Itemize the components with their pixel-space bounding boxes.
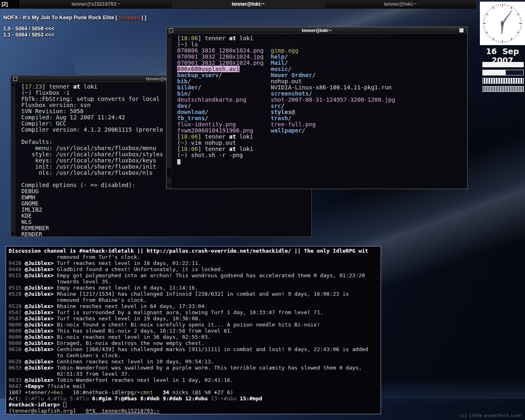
terminal-line: 1807 +tenner/+6ei 10:#nethack-idlerpg/+c…	[9, 389, 380, 395]
terminal-line: 0515 @Juiblex> Empy reaches next level i…	[9, 285, 380, 291]
terminal-line: 0547 @Juiblex> Turf reaches next level i…	[9, 315, 380, 322]
terminal-line: 0528 @Juiblex> Rhaine reaches next level…	[9, 303, 380, 309]
terminal-line: (~) ls	[177, 41, 466, 48]
scrollbar[interactable]	[11, 82, 16, 237]
terminal-output: [18:06] tenner at loki(~) ls070806_3816_…	[177, 35, 466, 164]
terminal-line: bilder/NVIDIA-Linux-x86-100.14.11-pkg1.r…	[177, 84, 466, 91]
terminal-line: Act: 2:#flu 4:#flu 5:#flu 6:#gim 7:@#bas…	[9, 395, 380, 402]
terminal-line: flux-identity.pngtree-full.png	[177, 121, 466, 128]
terminal-line: 0600 @Juiblex> Bi-noix found a chest! Bi…	[9, 322, 380, 328]
scroll-up-icon[interactable]	[167, 34, 171, 38]
meter-bar	[482, 70, 524, 75]
meter-bar	[482, 86, 524, 92]
terminal-line: NLS	[21, 219, 310, 225]
clock-face	[480, 2, 525, 45]
terminal-line: 0528 @Juiblex> Rhaine [1217/1534] has ch…	[9, 291, 380, 297]
terminal-line: deutschlandkarte.pngshot-2007-08-31-1249…	[177, 97, 466, 103]
terminal-line: 0428 @Juiblex> Turf reaches next level i…	[9, 260, 380, 266]
terminal-line: 0600 @Juiblex> Enraged, Bi-noix destroys…	[9, 340, 380, 346]
terminal-line: Discussion channel is #nethack-idletalk …	[9, 248, 380, 254]
window-menu-button[interactable]	[169, 28, 173, 32]
terminal-line: #nethack-idlerp>	[9, 402, 380, 408]
terminal-line: 070901_3832_1280x1024.jpghelp/	[177, 54, 466, 60]
terminal-line: EWMH	[21, 194, 310, 201]
terminal-line: fvwm20060104191908.pngwallpaper/	[177, 128, 466, 134]
scrollbar[interactable]	[167, 34, 171, 189]
system-meters	[482, 62, 524, 94]
terminal-line: dev/src/	[177, 103, 466, 109]
window-menu-button[interactable]	[13, 77, 17, 81]
terminal-line: 070901_3832_1280x1024.pngMail/	[177, 60, 466, 66]
terminal-line: 0647 +Empy> ??scale mail	[9, 383, 380, 389]
desktop: (c) 1999 endeffect.com [2] tenner@s15218…	[0, 0, 525, 420]
terminal-line: [18:06] tenner at loki	[177, 134, 466, 140]
now-playing-status: NOFX - It's My Job To Keep Punk Rock Eli…	[3, 14, 146, 21]
player-state: Stopped	[119, 14, 140, 21]
terminal-line: 0633 @Juiblex> Tobin-Wanderfoot was swal…	[9, 365, 380, 371]
terminal-line: to Cenhinen's clock.	[9, 352, 380, 358]
terminal-line: 0547 @Juiblex> Turf is surrounded by a m…	[9, 309, 380, 315]
terminal-line: 0600 @Juiblex> Bi-noix reaches next leve…	[9, 334, 380, 340]
terminal-line: (~) vim nohup.out	[177, 140, 466, 146]
status-text-line: 1.0 - 5064 / 5059 <<<	[3, 25, 55, 32]
terminal-line	[177, 158, 466, 164]
terminal-line: removed from Rhaine's clock.	[9, 297, 380, 303]
taskbar-window-button[interactable]: tenner@loki:~	[172, 0, 324, 8]
terminal-line: backup_vserv/Neuer Ordner/	[177, 72, 466, 78]
scrollbar-thumb[interactable]	[167, 168, 171, 177]
terminal-line: 800x600usplash.avimusic/	[177, 66, 466, 72]
terminal-line: DEBUG	[21, 188, 310, 194]
now-playing-bracket: [	[114, 14, 119, 21]
playlist-counters: 1.0 - 5064 / 5059 <<<1.1 - 5064 / 5053 <…	[3, 25, 55, 38]
terminal-line: 0515 @Juiblex> Empy got polymorphed into…	[9, 272, 380, 278]
terminal-content[interactable]: [18:06] tenner at loki(~) ls070806_3816_…	[167, 34, 467, 189]
scroll-up-icon[interactable]	[11, 83, 15, 86]
terminal-line: removed from Turf's clock.	[9, 254, 380, 260]
wallpaper-credit: (c) 1999 endeffect.com	[460, 413, 522, 418]
terminal-line: towards level 35.	[9, 278, 380, 285]
terminal-line: IMLIB2	[21, 207, 310, 213]
close-button[interactable]	[459, 28, 463, 32]
window-ls-terminal: tenner@loki:~ [18:06] tenner at loki(~) …	[166, 27, 468, 189]
terminal-line: 02:51:33 from level 37.	[9, 371, 380, 377]
terminal-line: 0600 @Juiblex> This has slowed Bi-noix 2…	[9, 328, 380, 334]
titlebar[interactable]: tenner@loki:~	[167, 27, 467, 34]
taskbar: [2] tenner@s15218793:~tenner@loki:~tenne…	[0, 0, 477, 9]
window-irc[interactable]: Discussion channel is #nethack-idletalk …	[6, 246, 381, 414]
now-playing-bracket: | ]	[140, 14, 146, 21]
terminal-line: [18:06] tenner at loki	[177, 35, 466, 41]
terminal-line: KDE	[21, 213, 310, 219]
taskbar-window-button[interactable]: tenner@s15218793:~	[20, 0, 172, 8]
terminal-line: 070806_3816_1280x1024.pnggimp.ogg	[177, 48, 466, 54]
irc-output: Discussion channel is #nethack-idletalk …	[9, 248, 380, 414]
terminal-line: 0628 @Juiblex> Cenhinen reaches next lev…	[9, 358, 380, 365]
terminal-line: [tenner@slapfish.org] 0*$ tenner@s152187…	[9, 408, 380, 414]
terminal-line: GNOME	[21, 201, 310, 207]
window-title: tenner@loki:~	[167, 28, 467, 33]
terminal-line: RENDER	[21, 231, 310, 237]
analog-clock	[480, 2, 525, 45]
status-text-line: 1.1 - 5064 / 5053 <<<	[3, 32, 55, 38]
scroll-down-icon[interactable]	[11, 233, 15, 236]
terminal-line: download/styles@	[177, 109, 466, 115]
terminal-line: 0448 @Juiblex> Gladbird found a chest! U…	[9, 266, 380, 272]
workspace-indicator[interactable]: [2]	[0, 0, 20, 8]
meter-bar	[482, 78, 524, 84]
terminal-line: [18:06] tenner at loki	[177, 146, 466, 152]
terminal-line: REMEMBER	[21, 225, 310, 231]
taskbar-window-list: tenner@s15218793:~tenner@loki:~tenner@lo…	[20, 0, 477, 8]
terminal-line: fb_trans/trash/	[177, 115, 466, 121]
terminal-line: (~) shot.sh -r -png	[177, 152, 466, 158]
meter-bar	[482, 62, 524, 67]
terminal-line: bin/screenshots/	[177, 91, 466, 97]
now-playing-track: NOFX - It's My Job To Keep Punk Rock Eli…	[3, 14, 114, 21]
terminal-line: 0633 @Juiblex> Tobin-Wanderfoot reaches …	[9, 377, 380, 383]
taskbar-window-button[interactable]: tenner@loki:~	[324, 0, 477, 8]
scroll-down-icon[interactable]	[167, 185, 171, 188]
terminal-line: 0628 @Juiblex> Cenhinen [360/439] has ch…	[9, 346, 380, 352]
terminal-line: bib/nohup.out	[177, 78, 466, 84]
